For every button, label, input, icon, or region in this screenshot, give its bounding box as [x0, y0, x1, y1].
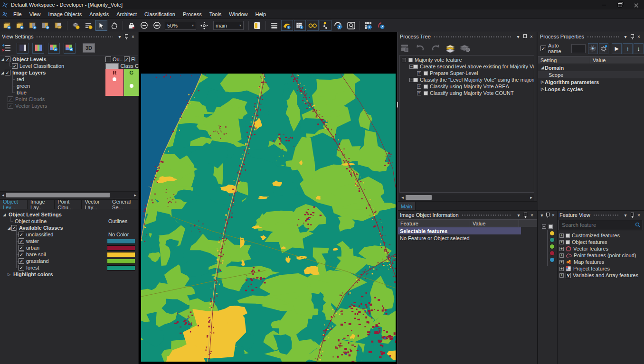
open-workspace-button[interactable]: [53, 20, 65, 31]
fv-item-point-cloud[interactable]: + Point features (point cloud): [558, 252, 644, 259]
expanded-icon[interactable]: [0, 71, 5, 75]
menu-help[interactable]: Help: [251, 11, 270, 17]
bare-soil-color-swatch[interactable]: [107, 252, 135, 257]
pp-row-domain[interactable]: Domain: [538, 64, 644, 71]
chevron-down-icon[interactable]: ▾: [622, 33, 629, 40]
expand-plus-icon[interactable]: +: [559, 240, 564, 244]
tab-point-clouds[interactable]: Point Clou...: [55, 200, 82, 209]
expanded-icon[interactable]: [540, 65, 545, 70]
tab-image-layers[interactable]: Image Lay...: [28, 200, 55, 209]
class-dot-bare-soil[interactable]: [549, 231, 555, 236]
pin-icon[interactable]: [521, 33, 528, 40]
search-feature-input[interactable]: [561, 222, 635, 228]
menu-analysis[interactable]: Analysis: [85, 11, 113, 17]
class-row-grassland[interactable]: grassland: [0, 258, 138, 264]
scroll-track[interactable]: [406, 194, 528, 201]
panel-grip[interactable]: [462, 215, 512, 216]
zoom-in-button[interactable]: [151, 20, 163, 31]
class-dot-forest[interactable]: [549, 237, 555, 243]
close-icon[interactable]: ×: [635, 33, 642, 40]
forest-color-swatch[interactable]: [107, 265, 135, 271]
class-row-forest[interactable]: forest: [0, 264, 138, 271]
process-tree-hscrollbar[interactable]: ◂ ▸: [399, 194, 534, 201]
view-layout-button[interactable]: [268, 20, 280, 31]
green-r-cell[interactable]: [105, 83, 123, 89]
close-button[interactable]: [628, 0, 644, 9]
collapse-minus-icon[interactable]: −: [402, 58, 406, 62]
close-icon[interactable]: ×: [550, 212, 556, 218]
image-layers-checkbox[interactable]: [5, 70, 10, 75]
collapse-minus-icon[interactable]: −: [409, 65, 414, 69]
classified-map-image[interactable]: [141, 74, 396, 362]
close-icon[interactable]: ×: [635, 212, 642, 218]
class-row-water[interactable]: water: [0, 238, 138, 244]
menu-architect[interactable]: Architect: [113, 11, 141, 17]
edit-process-button[interactable]: [375, 20, 387, 31]
close-icon[interactable]: ×: [130, 33, 136, 40]
execute-button[interactable]: ▶: [612, 43, 622, 54]
pin-icon[interactable]: [629, 212, 635, 218]
setting-column-header[interactable]: Setting: [538, 56, 590, 64]
water-checkbox[interactable]: [19, 238, 24, 244]
fv-item-project[interactable]: + Project features: [558, 265, 644, 272]
fv-item-variables[interactable]: + V Variables and Array features: [558, 272, 644, 279]
single-layer-view-button[interactable]: [17, 43, 28, 54]
grassland-color-swatch[interactable]: [107, 259, 135, 264]
panel-grip[interactable]: [434, 36, 511, 37]
pp-row-algorithm-parameters[interactable]: Algorithm parameters: [538, 78, 644, 85]
expand-plus-icon[interactable]: +: [559, 253, 564, 258]
scroll-right-icon[interactable]: ▸: [528, 195, 534, 200]
move-up-button[interactable]: ↑: [623, 43, 633, 54]
value-column-header[interactable]: Value: [590, 56, 644, 64]
expand-plus-icon[interactable]: +: [559, 273, 564, 278]
collapse-minus-icon[interactable]: −: [542, 224, 546, 229]
chevron-down-icon[interactable]: ▾: [622, 212, 629, 218]
fv-item-map[interactable]: + Map features: [558, 259, 644, 265]
scroll-thumb[interactable]: [6, 193, 110, 197]
view-classification-button[interactable]: [307, 20, 319, 31]
select-cursor-button[interactable]: [95, 20, 107, 31]
expand-plus-icon[interactable]: +: [559, 267, 564, 271]
process-node[interactable]: − Majority vote feature: [400, 56, 534, 63]
expand-plus-icon[interactable]: +: [559, 260, 564, 264]
layer-mix-minus-button[interactable]: [48, 43, 60, 54]
tab-main[interactable]: Main: [398, 202, 416, 211]
ols-highlight-colors-row[interactable]: Highlight colors: [0, 271, 138, 278]
save-rule-set-icon[interactable]: [459, 43, 471, 53]
search-icon[interactable]: [635, 222, 641, 228]
copy-level-button[interactable]: [70, 20, 82, 31]
tab-vector-layers[interactable]: Vector Lay...: [82, 200, 109, 209]
blue-r-cell[interactable]: [105, 89, 123, 96]
fv-item-customized[interactable]: + Customized features: [558, 232, 644, 239]
find-objects-button[interactable]: [345, 20, 357, 31]
selectable-features-row[interactable]: Selectable features: [398, 227, 521, 234]
process-node[interactable]: + Prepare Super-Level: [400, 70, 534, 76]
edit-level-button[interactable]: [83, 20, 95, 31]
tab-object-levels[interactable]: Object Lev...: [0, 200, 28, 209]
tab-general-settings[interactable]: General Se...: [109, 200, 138, 209]
class-dot-water[interactable]: [549, 257, 555, 262]
red-r-cell[interactable]: [105, 76, 123, 83]
filled-column-checkbox[interactable]: [124, 56, 130, 62]
restore-button[interactable]: [612, 0, 628, 9]
expand-plus-icon[interactable]: +: [417, 71, 421, 75]
menu-window[interactable]: Window: [225, 11, 251, 17]
class-dot-urban[interactable]: [549, 251, 555, 256]
collapsed-icon[interactable]: [7, 272, 11, 277]
panel-grip[interactable]: [594, 215, 619, 216]
outlined-column-checkbox[interactable]: [105, 56, 111, 62]
expanded-icon[interactable]: [2, 213, 7, 217]
manage-variables-button[interactable]: [332, 20, 344, 31]
urban-checkbox[interactable]: [19, 245, 24, 251]
minimize-button[interactable]: [596, 0, 612, 9]
navigate-button[interactable]: [198, 20, 210, 31]
algorithm-settings-button[interactable]: [588, 43, 598, 54]
chevron-down-icon[interactable]: ▾: [515, 33, 521, 40]
view-settings-button[interactable]: [281, 20, 293, 31]
blue-g-cell[interactable]: [124, 89, 139, 96]
menu-file[interactable]: File: [9, 11, 26, 17]
menu-tools[interactable]: Tools: [206, 11, 226, 17]
scroll-thumb[interactable]: [406, 195, 432, 200]
process-node[interactable]: − Create second level above existing for…: [400, 63, 534, 70]
ols-available-classes-row[interactable]: Available Classes: [0, 224, 138, 231]
